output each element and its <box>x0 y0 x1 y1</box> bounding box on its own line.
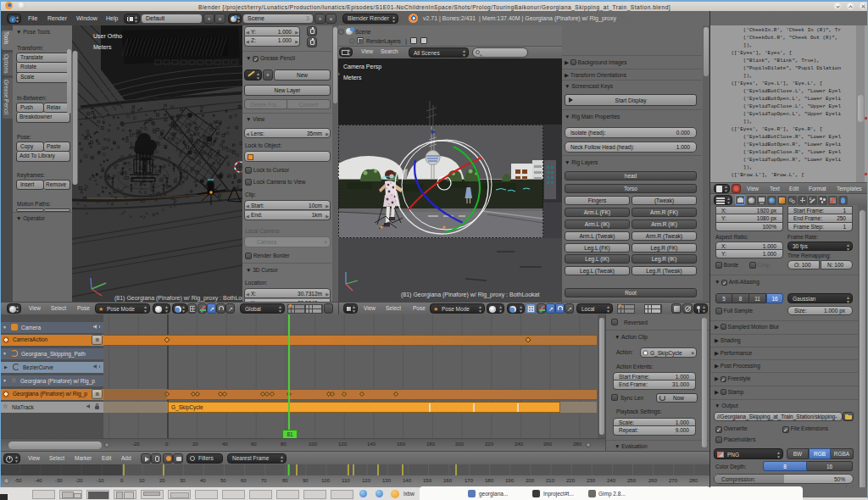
svg-text:(81) Georgiana (Pinafore) w/ R: (81) Georgiana (Pinafore) w/ Rig_proxy :… <box>114 295 242 302</box>
svg-text:Camera Persp: Camera Persp <box>343 64 381 70</box>
svg-text:Meters: Meters <box>93 44 112 50</box>
svg-text:(81) Georgiana (Pinafore) w/ R: (81) Georgiana (Pinafore) w/ Rig_proxy :… <box>401 292 539 298</box>
svg-text:+: + <box>338 70 341 78</box>
svg-text:Meters: Meters <box>343 75 362 81</box>
svg-text:User Ortho: User Ortho <box>93 33 122 39</box>
